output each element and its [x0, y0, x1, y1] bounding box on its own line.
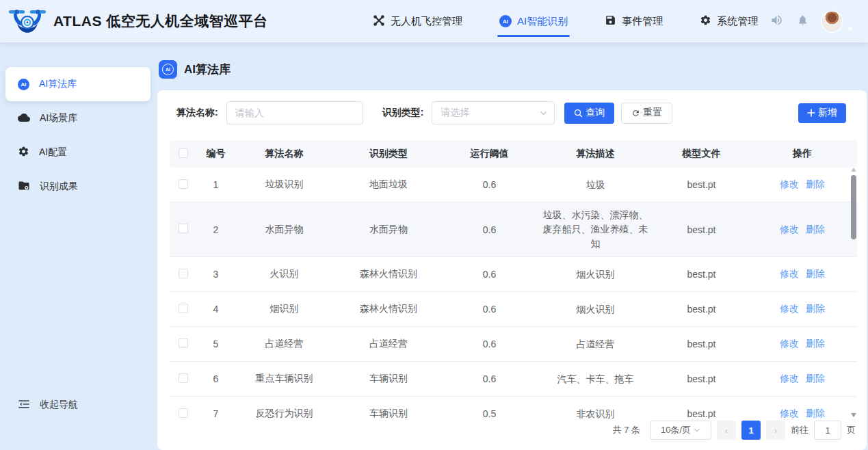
save-icon: [605, 14, 616, 28]
folder-icon: [18, 181, 30, 193]
sidebar-item-ai-algorithms[interactable]: AI AI算法库: [5, 67, 150, 101]
cell-actions: 修改删除: [776, 373, 828, 385]
edit-link[interactable]: 修改: [780, 178, 799, 189]
collapse-nav-button[interactable]: 收起导航: [5, 394, 142, 416]
cell-type: 水面异物: [369, 224, 408, 236]
speaker-icon[interactable]: [770, 14, 783, 29]
page-size-select[interactable]: 10条/页: [650, 421, 711, 440]
search-button[interactable]: 查询: [564, 103, 614, 124]
cell-id: 6: [213, 373, 219, 384]
sidebar-item-ai-scenes[interactable]: AI场景库: [5, 101, 150, 135]
cell-type: 车辆识别: [369, 408, 408, 419]
edit-link[interactable]: 修改: [780, 373, 799, 384]
cell-type: 车辆识别: [369, 373, 408, 385]
delete-link[interactable]: 删除: [806, 303, 825, 314]
col-name: 算法名称: [265, 148, 304, 160]
nav-label: AI智能识别: [517, 15, 568, 28]
sidebar-item-ai-config[interactable]: AI配置: [5, 135, 150, 170]
cell-threshold: 0.6: [483, 373, 496, 384]
sidebar: AI AI算法库 AI场景库 AI配置 识别成果 收起导航: [0, 42, 156, 450]
nav-item-flight-control[interactable]: 无人机飞控管理: [373, 0, 462, 42]
row-checkbox[interactable]: [179, 408, 188, 419]
edit-link[interactable]: 修改: [780, 338, 799, 349]
cell-model: best.pt: [687, 179, 715, 190]
cell-actions: 修改删除: [776, 338, 828, 350]
gear-icon: [700, 14, 711, 28]
next-page-button[interactable]: ›: [766, 421, 785, 440]
row-checkbox[interactable]: [179, 224, 188, 235]
brand-logo[interactable]: ATLAS 低空无人机全域智巡平台: [0, 5, 373, 38]
nav-item-system[interactable]: 系统管理: [700, 0, 758, 42]
drone-icon: [373, 14, 385, 29]
recognition-type-select[interactable]: 请选择: [432, 101, 555, 124]
edit-link[interactable]: 修改: [780, 224, 799, 235]
delete-link[interactable]: 删除: [806, 373, 825, 384]
nav-item-ai-recognition[interactable]: AI AI智能识别: [499, 0, 568, 42]
add-button[interactable]: 新增: [798, 103, 846, 123]
cell-id: 5: [213, 339, 219, 349]
cell-model: best.pt: [687, 269, 715, 280]
nav-label: 系统管理: [717, 15, 758, 28]
chevron-down-icon: [694, 427, 700, 434]
table-row: 2水面异物水面异物0.6垃圾、水污染、漂浮物、废弃船只、渔业养殖、未知best.…: [170, 202, 857, 257]
delete-link[interactable]: 删除: [806, 338, 825, 349]
edit-link[interactable]: 修改: [780, 303, 799, 314]
cell-threshold: 0.6: [483, 269, 496, 280]
type-filter-label: 识别类型:: [382, 107, 424, 119]
col-desc: 算法描述: [577, 148, 615, 160]
table-row: 1垃圾识别地面垃圾0.6垃圾best.pt修改删除: [170, 168, 857, 202]
cell-name: 烟识别: [270, 303, 299, 315]
table-row: 4烟识别森林火情识别0.6烟火识别best.pt修改删除: [170, 292, 857, 327]
nav-item-events[interactable]: 事件管理: [605, 0, 663, 42]
row-checkbox[interactable]: [179, 304, 188, 315]
goto-page-input[interactable]: [814, 421, 841, 440]
reset-button[interactable]: 重置: [621, 103, 672, 124]
table-row: 6重点车辆识别车辆识别0.6汽车、卡车、拖车best.pt修改删除: [170, 362, 857, 397]
edit-link[interactable]: 修改: [780, 408, 799, 419]
prev-page-button[interactable]: ‹: [717, 421, 736, 440]
drone-logo-icon: [8, 5, 47, 38]
current-page-button[interactable]: 1: [741, 421, 761, 440]
chevron-down-icon: [540, 109, 547, 117]
cell-actions: 修改删除: [776, 268, 828, 280]
sidebar-item-label: AI场景库: [40, 112, 77, 124]
table-header: 编号 算法名称 识别类型 运行阈值 算法描述 模型文件 操作: [170, 140, 857, 168]
select-all-checkbox[interactable]: [179, 148, 188, 160]
row-checkbox[interactable]: [179, 179, 188, 191]
cell-name: 重点车辆识别: [256, 373, 313, 385]
user-avatar[interactable]: [822, 12, 842, 31]
sidebar-item-results[interactable]: 识别成果: [5, 170, 150, 204]
row-checkbox[interactable]: [179, 269, 188, 280]
sidebar-item-label: 识别成果: [40, 181, 78, 193]
delete-link[interactable]: 删除: [806, 224, 825, 235]
collapse-icon: [18, 399, 30, 412]
algorithm-name-input[interactable]: [226, 101, 363, 124]
cell-threshold: 0.5: [483, 408, 496, 419]
col-actions: 操作: [793, 148, 812, 160]
cell-name: 火识别: [270, 268, 299, 280]
scroll-down-arrow[interactable]: [851, 413, 856, 417]
col-model: 模型文件: [683, 148, 721, 160]
delete-link[interactable]: 删除: [806, 408, 825, 419]
cell-model: best.pt: [687, 373, 715, 384]
delete-link[interactable]: 删除: [806, 268, 825, 279]
scroll-up-arrow[interactable]: [851, 168, 856, 172]
sidebar-item-label: AI配置: [39, 146, 67, 159]
scrollbar-thumb[interactable]: [851, 175, 856, 239]
delete-link[interactable]: 删除: [806, 178, 825, 189]
cell-actions: 修改删除: [776, 303, 828, 315]
cell-id: 1: [213, 179, 219, 190]
cell-id: 4: [213, 304, 219, 315]
table-row: 5占道经营占道经营0.6占道经营best.pt修改删除: [170, 327, 857, 362]
cell-threshold: 0.6: [483, 224, 496, 235]
cell-name: 垃圾识别: [265, 178, 304, 191]
gear-icon: [18, 146, 29, 159]
row-checkbox[interactable]: [179, 339, 188, 350]
bell-icon[interactable]: [797, 14, 808, 29]
cell-name: 水面异物: [265, 224, 304, 236]
row-checkbox[interactable]: [179, 373, 188, 385]
cell-threshold: 0.6: [483, 179, 496, 190]
cell-desc: 非农识别: [573, 401, 619, 419]
edit-link[interactable]: 修改: [780, 268, 799, 279]
pagination: 共 7 条 10条/页 ‹ 1 › 前往 页: [613, 421, 856, 440]
